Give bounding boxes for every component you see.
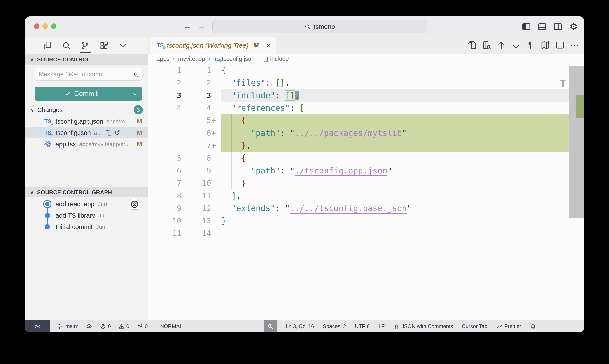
gutter-modified-line-number[interactable]: 6	[181, 127, 211, 139]
status-item-encoding[interactable]: UTF-8	[355, 323, 370, 329]
gutter-original-line-number[interactable]	[148, 114, 181, 127]
map-action[interactable]	[541, 40, 550, 50]
breadcrumb-item-tsconfig-json[interactable]: TS⚙tsconfig.json	[214, 56, 255, 62]
book-search-action[interactable]	[482, 40, 492, 50]
code-line-1[interactable]: 11{	[148, 64, 584, 77]
pilcrow-action[interactable]: ¶	[526, 40, 535, 50]
breadcrumb-item-apps[interactable]: apps	[157, 56, 169, 62]
sparkle-icon[interactable]: ✧✧	[132, 70, 138, 78]
panel-right-icon[interactable]	[553, 22, 563, 32]
code-text[interactable]: "path": "../../packages/mytslib"	[221, 127, 407, 139]
code-line-2[interactable]: 22 "files": [],	[148, 77, 584, 89]
gutter-original-line-number[interactable]: 6	[148, 165, 181, 177]
gutter-original-line-number[interactable]: 2	[148, 77, 181, 89]
forward-arrow-icon[interactable]: →	[197, 21, 206, 31]
status-item-ports[interactable]: 0	[137, 323, 148, 329]
gutter-modified-line-number[interactable]: 4	[181, 102, 211, 114]
code-text[interactable]: "path": "./tsconfig.app.json"	[221, 165, 392, 177]
arrow-up-action[interactable]	[497, 40, 506, 50]
code-text[interactable]: "include": [],	[221, 89, 299, 102]
gutter-original-line-number[interactable]: 10	[148, 215, 181, 227]
gutter-original-line-number[interactable]	[148, 139, 181, 152]
source-control-graph-header[interactable]: ∨ SOURCE CONTROL GRAPH	[25, 187, 148, 197]
activity-item-search[interactable]	[61, 40, 71, 51]
status-item-language-mode[interactable]: {}JSON with Comments	[393, 323, 453, 329]
code-text[interactable]: },	[221, 139, 251, 152]
minimize-window-button[interactable]	[42, 23, 48, 29]
status-item-remote-indicator[interactable]: ><	[25, 321, 50, 332]
file-row-app-tsx[interactable]: app.tsxapps/myviteapp/sr...M	[25, 139, 148, 150]
code-line-3[interactable]: 33 "include": [],	[148, 89, 584, 102]
status-item-cursor-tab[interactable]: Cursor Tab	[462, 323, 487, 329]
file-row-tsconfig-json[interactable]: TS⚙tsconfig.jsona...↺+M	[25, 127, 148, 139]
changes-section-header[interactable]: ∨ Changes 3	[25, 104, 148, 115]
code-text[interactable]: {	[221, 152, 246, 164]
code-line-6[interactable]: 6+ "path": "../../packages/mytslib"	[148, 127, 584, 139]
command-center-search[interactable]: tsmono	[212, 20, 427, 33]
code-text[interactable]: "files": [],	[221, 77, 290, 89]
gutter-original-line-number[interactable]: 9	[148, 202, 181, 215]
code-text[interactable]: }	[221, 215, 226, 227]
code-line-4[interactable]: 44 "references": [	[148, 102, 584, 114]
status-item-publish-changes[interactable]	[86, 323, 92, 329]
breadcrumb-item-include[interactable]: [ ]include	[263, 56, 289, 62]
more-action[interactable]: ⋯	[570, 40, 580, 50]
gutter-original-line-number[interactable]: 7	[148, 177, 181, 189]
activity-item-files[interactable]	[42, 40, 52, 51]
code-text[interactable]: }	[221, 177, 246, 189]
stage-action[interactable]: +	[122, 129, 130, 136]
code-text[interactable]: "references": [	[221, 102, 305, 114]
gutter-modified-line-number[interactable]: 1	[181, 64, 211, 77]
gutter-original-line-number[interactable]: 5	[148, 152, 181, 164]
gear-icon[interactable]: ⚙	[569, 22, 579, 32]
breadcrumb-item-myviteapp[interactable]: myviteapp	[178, 56, 205, 62]
gutter-modified-line-number[interactable]: 8	[181, 152, 211, 164]
scrollbar-slider[interactable]	[569, 66, 584, 218]
status-item-errors[interactable]: 0	[100, 323, 111, 329]
status-item-vim-mode[interactable]: -- NORMAL --	[155, 323, 187, 329]
source-control-header[interactable]: ∨ SOURCE CONTROL	[25, 54, 148, 65]
status-item-zoom-indicator[interactable]	[264, 321, 277, 332]
path-link[interactable]: ./tsconfig.app.json	[295, 166, 387, 175]
activity-item-extensions[interactable]	[99, 40, 109, 51]
code-line-7[interactable]: 7+ },	[148, 139, 584, 152]
code-line-14[interactable]: 1114	[148, 227, 584, 240]
code-text[interactable]: {	[221, 64, 226, 77]
status-item-eol[interactable]: LF	[378, 323, 385, 329]
commit-row-add-react-app[interactable]: add react appJuri	[25, 198, 148, 210]
commit-row-Initial-commit[interactable]: Initial commitJuri	[25, 221, 148, 233]
commit-row-add-TS-library[interactable]: add TS libraryJuri	[25, 210, 148, 221]
status-item-cursor-position[interactable]: Ln 3, Col 16	[286, 323, 314, 329]
panel-left-icon[interactable]	[521, 22, 531, 32]
code-text[interactable]: "extends": "../../tsconfig.base.json"	[221, 202, 412, 215]
close-tab-icon[interactable]: ×	[266, 41, 271, 50]
tab-tsconfig-json[interactable]: TS⚙ tsconfig.json (Working Tree) M ×	[150, 37, 276, 53]
commit-message-input[interactable]: Message (⌘↵ to comm... ✧✧	[35, 68, 142, 80]
gutter-modified-line-number[interactable]: 2	[181, 77, 211, 89]
path-link[interactable]: ../../packages/mytslib	[295, 129, 402, 138]
activity-item-chevron-down[interactable]	[118, 40, 128, 51]
panel-bottom-icon[interactable]	[537, 22, 547, 32]
close-window-button[interactable]	[34, 23, 39, 29]
code-line-11[interactable]: 811 ],	[148, 189, 584, 202]
zoom-window-button[interactable]	[51, 23, 56, 29]
code-line-9[interactable]: 69 "path": "./tsconfig.app.json"	[148, 165, 584, 177]
gutter-modified-line-number[interactable]: 5	[181, 114, 211, 127]
status-item-notifications[interactable]	[530, 323, 536, 329]
gutter-modified-line-number[interactable]: 14	[181, 227, 211, 240]
code-line-12[interactable]: 912 "extends": "../../tsconfig.base.json…	[148, 202, 584, 215]
file-row-tsconfig-app-json[interactable]: TS⚙tsconfig.app.jsonapps/m...M	[25, 116, 148, 127]
activity-item-source-control[interactable]	[80, 40, 90, 51]
gutter-modified-line-number[interactable]: 10	[181, 177, 211, 189]
status-item-indentation[interactable]: Spaces: 2	[323, 323, 346, 329]
code-editor[interactable]: 11{22 "files": [],33 "include": [],44 "r…	[148, 64, 584, 321]
gutter-original-line-number[interactable]: 1	[148, 64, 181, 77]
gutter-modified-line-number[interactable]: 12	[181, 202, 211, 215]
gutter-modified-line-number[interactable]: 13	[181, 215, 211, 227]
code-line-13[interactable]: 1013}	[148, 215, 584, 227]
gutter-original-line-number[interactable]: 11	[148, 227, 181, 240]
doc-arrow-action[interactable]	[467, 40, 477, 50]
path-link[interactable]: ../../tsconfig.base.json	[290, 204, 407, 213]
status-item-warnings[interactable]: 0	[118, 323, 129, 329]
gutter-original-line-number[interactable]: 8	[148, 189, 181, 202]
